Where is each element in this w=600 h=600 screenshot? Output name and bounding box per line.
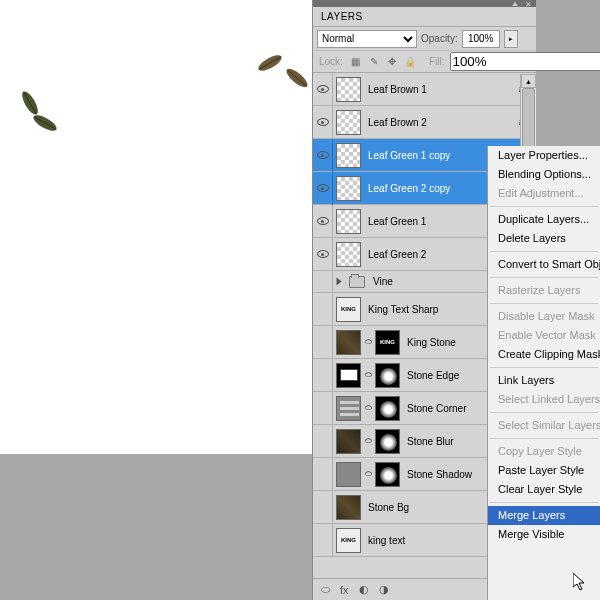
expand-icon[interactable] xyxy=(337,278,342,286)
scroll-up-icon[interactable]: ▲ xyxy=(521,74,536,88)
visibility-toggle[interactable] xyxy=(313,293,333,326)
layer-thumbnail[interactable] xyxy=(375,462,400,487)
folder-icon xyxy=(349,276,365,288)
menu-item[interactable]: Paste Layer Style xyxy=(488,461,600,480)
menu-item[interactable]: Merge Visible xyxy=(488,525,600,544)
layer-thumbnail[interactable] xyxy=(336,110,361,135)
adjustment-icon[interactable]: ◑ xyxy=(379,583,389,596)
collapse-icon xyxy=(512,2,518,6)
visibility-toggle[interactable] xyxy=(313,491,333,524)
layer-thumbs xyxy=(333,110,364,135)
opacity-input[interactable] xyxy=(462,30,500,48)
visibility-toggle[interactable] xyxy=(313,139,333,172)
layer-thumbs xyxy=(333,77,364,102)
menu-item: Select Similar Layers xyxy=(488,416,600,435)
link-icon[interactable]: ⬭ xyxy=(321,583,330,596)
lock-position-icon[interactable]: ✥ xyxy=(385,55,399,69)
visibility-toggle[interactable] xyxy=(313,359,333,392)
layer-thumbnail[interactable]: KING xyxy=(336,297,361,322)
eye-icon xyxy=(317,184,329,192)
layer-thumbs xyxy=(333,495,364,520)
panel-tabs: LAYERS xyxy=(313,7,536,27)
layer-thumbs xyxy=(333,143,364,168)
lock-label: Lock: xyxy=(319,56,343,67)
menu-separator xyxy=(490,502,598,503)
mask-icon[interactable]: ◐ xyxy=(359,583,369,596)
layer-thumbs xyxy=(333,176,364,201)
layer-thumbnail[interactable] xyxy=(336,77,361,102)
opacity-arrow-icon[interactable]: ▸ xyxy=(504,30,518,48)
menu-item[interactable]: Convert to Smart Object xyxy=(488,255,600,274)
layer-context-menu: Layer Properties...Blending Options...Ed… xyxy=(487,146,600,600)
layer-thumbnail[interactable] xyxy=(336,143,361,168)
layer-row[interactable]: Leaf Brown 2fx xyxy=(313,106,536,139)
layer-thumbnail[interactable] xyxy=(375,363,400,388)
visibility-toggle[interactable] xyxy=(313,524,333,557)
layer-thumbs xyxy=(333,242,364,267)
layer-thumbnail[interactable] xyxy=(336,462,361,487)
eye-icon xyxy=(317,118,329,126)
visibility-toggle[interactable] xyxy=(313,205,333,238)
visibility-toggle[interactable] xyxy=(313,106,333,139)
layer-thumbs xyxy=(333,209,364,234)
menu-separator xyxy=(490,303,598,304)
menu-item: Select Linked Layers xyxy=(488,390,600,409)
visibility-toggle[interactable] xyxy=(313,326,333,359)
opacity-label: Opacity: xyxy=(421,33,458,44)
menu-item[interactable]: Blending Options... xyxy=(488,165,600,184)
blend-mode-select[interactable]: Normal xyxy=(317,30,417,48)
layer-thumbnail[interactable] xyxy=(375,396,400,421)
menu-item[interactable]: Layer Properties... xyxy=(488,146,600,165)
link-icon: ⬭ xyxy=(363,330,373,355)
link-icon: ⬭ xyxy=(363,429,373,454)
layer-thumbnail[interactable]: KING xyxy=(375,330,400,355)
visibility-toggle[interactable] xyxy=(313,172,333,205)
menu-item: Edit Adjustment... xyxy=(488,184,600,203)
layer-thumbnail[interactable]: KING xyxy=(336,528,361,553)
layer-thumbnail[interactable] xyxy=(336,176,361,201)
visibility-toggle[interactable] xyxy=(313,425,333,458)
menu-item[interactable]: Duplicate Layers... xyxy=(488,210,600,229)
layer-thumbs: ⬭ xyxy=(333,363,403,388)
menu-item[interactable]: Link Layers xyxy=(488,371,600,390)
fx-icon[interactable]: fx xyxy=(340,584,349,596)
layer-thumbnail[interactable] xyxy=(336,396,361,421)
lock-all-icon[interactable]: 🔒 xyxy=(403,55,417,69)
menu-separator xyxy=(490,251,598,252)
eye-icon xyxy=(317,151,329,159)
lock-transparency-icon[interactable]: ▦ xyxy=(349,55,363,69)
visibility-toggle[interactable] xyxy=(313,73,333,106)
menu-item[interactable]: Create Clipping Mask xyxy=(488,345,600,364)
visibility-toggle[interactable] xyxy=(313,458,333,491)
layers-tab[interactable]: LAYERS xyxy=(313,8,371,25)
layer-thumbnail[interactable] xyxy=(336,330,361,355)
layer-thumbnail[interactable] xyxy=(336,242,361,267)
menu-item[interactable]: Delete Layers xyxy=(488,229,600,248)
layer-thumbnail[interactable] xyxy=(336,495,361,520)
fill-input[interactable] xyxy=(450,52,600,71)
close-icon[interactable]: ✕ xyxy=(525,0,532,9)
eye-icon xyxy=(317,217,329,225)
lock-row: Lock: ▦ ✎ ✥ 🔒 Fill: ▸ xyxy=(313,51,536,73)
link-icon: ⬭ xyxy=(363,462,373,487)
panel-titlebar[interactable]: ✕ xyxy=(313,0,536,7)
layer-thumbs: ⬭ xyxy=(333,396,403,421)
layer-thumbs: KING xyxy=(333,297,364,322)
layer-thumbnail[interactable] xyxy=(375,429,400,454)
lock-paint-icon[interactable]: ✎ xyxy=(367,55,381,69)
blend-row: Normal Opacity: ▸ xyxy=(313,27,536,51)
menu-item: Enable Vector Mask xyxy=(488,326,600,345)
layer-row[interactable]: Leaf Brown 1fx xyxy=(313,73,536,106)
layer-thumbnail[interactable] xyxy=(336,209,361,234)
layer-thumbnail[interactable] xyxy=(336,363,361,388)
visibility-toggle[interactable] xyxy=(313,392,333,425)
layer-name[interactable]: Leaf Brown 2 xyxy=(364,117,519,128)
lock-icons: ▦ ✎ ✥ 🔒 xyxy=(349,55,417,69)
leaf-shape xyxy=(28,109,62,138)
layer-thumbnail[interactable] xyxy=(336,429,361,454)
fill-label: Fill: xyxy=(429,56,445,67)
link-icon: ⬭ xyxy=(363,396,373,421)
menu-item[interactable]: Merge Layers xyxy=(488,506,600,525)
layer-name[interactable]: Leaf Brown 1 xyxy=(364,84,519,95)
menu-item[interactable]: Clear Layer Style xyxy=(488,480,600,499)
